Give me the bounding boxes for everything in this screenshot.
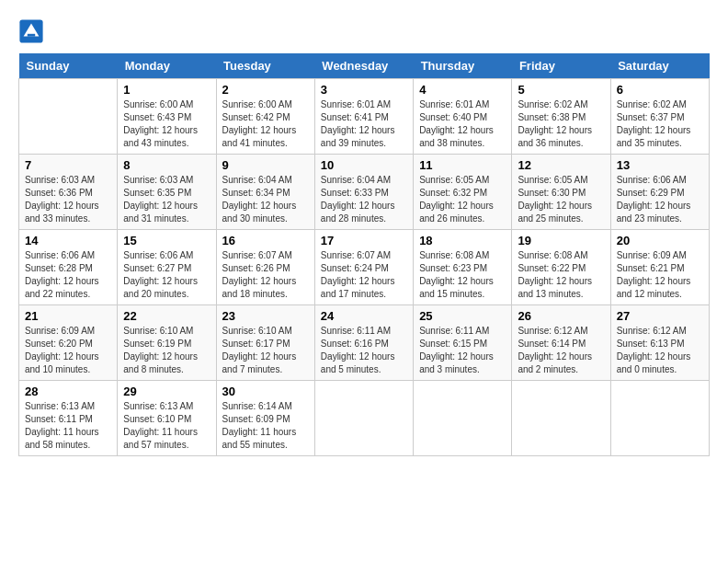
sunset-text: Sunset: 6:11 PM bbox=[25, 414, 93, 424]
day-info: Sunrise: 6:01 AM Sunset: 6:40 PM Dayligh… bbox=[419, 98, 506, 150]
daylight-text: Daylight: 12 hours and 3 minutes. bbox=[419, 351, 494, 374]
day-info: Sunrise: 6:03 AM Sunset: 6:36 PM Dayligh… bbox=[25, 174, 111, 225]
day-number: 4 bbox=[419, 83, 506, 97]
day-info: Sunrise: 6:06 AM Sunset: 6:29 PM Dayligh… bbox=[617, 174, 703, 225]
calendar-table: SundayMondayTuesdayWednesdayThursdayFrid… bbox=[18, 53, 710, 456]
daylight-text: Daylight: 12 hours and 25 minutes. bbox=[518, 201, 592, 224]
daylight-text: Daylight: 12 hours and 28 minutes. bbox=[321, 201, 395, 224]
daylight-text: Daylight: 12 hours and 2 minutes. bbox=[518, 351, 592, 374]
calendar-cell: 22 Sunrise: 6:10 AM Sunset: 6:19 PM Dayl… bbox=[118, 305, 216, 381]
sunrise-text: Sunrise: 6:05 AM bbox=[518, 175, 587, 185]
sunrise-text: Sunrise: 6:13 AM bbox=[25, 401, 95, 411]
day-info: Sunrise: 6:00 AM Sunset: 6:43 PM Dayligh… bbox=[123, 98, 210, 150]
day-info: Sunrise: 6:05 AM Sunset: 6:32 PM Dayligh… bbox=[419, 174, 506, 225]
calendar-cell: 26 Sunrise: 6:12 AM Sunset: 6:14 PM Dayl… bbox=[512, 305, 610, 381]
day-number: 3 bbox=[321, 83, 407, 97]
header-day-thursday: Thursday bbox=[414, 53, 512, 79]
day-number: 18 bbox=[419, 234, 506, 247]
sunset-text: Sunset: 6:17 PM bbox=[222, 339, 290, 349]
daylight-text: Daylight: 12 hours and 0 minutes. bbox=[617, 351, 691, 374]
calendar-cell: 13 Sunrise: 6:06 AM Sunset: 6:29 PM Dayl… bbox=[610, 155, 709, 230]
daylight-text: Daylight: 12 hours and 36 minutes. bbox=[518, 125, 592, 148]
day-number: 9 bbox=[222, 158, 309, 172]
daylight-text: Daylight: 12 hours and 31 minutes. bbox=[123, 201, 198, 224]
day-info: Sunrise: 6:14 AM Sunset: 6:09 PM Dayligh… bbox=[222, 400, 309, 452]
sunset-text: Sunset: 6:42 PM bbox=[222, 112, 290, 122]
sunset-text: Sunset: 6:34 PM bbox=[222, 188, 290, 198]
calendar-week-row: 21 Sunrise: 6:09 AM Sunset: 6:20 PM Dayl… bbox=[19, 305, 710, 381]
day-info: Sunrise: 6:13 AM Sunset: 6:10 PM Dayligh… bbox=[123, 400, 210, 452]
sunset-text: Sunset: 6:23 PM bbox=[419, 263, 487, 273]
calendar-cell: 24 Sunrise: 6:11 AM Sunset: 6:16 PM Dayl… bbox=[314, 305, 413, 381]
daylight-text: Daylight: 11 hours and 57 minutes. bbox=[123, 427, 198, 450]
daylight-text: Daylight: 11 hours and 55 minutes. bbox=[222, 427, 297, 450]
daylight-text: Daylight: 12 hours and 41 minutes. bbox=[222, 125, 297, 148]
day-number: 11 bbox=[419, 158, 506, 172]
day-info: Sunrise: 6:02 AM Sunset: 6:37 PM Dayligh… bbox=[617, 98, 703, 150]
calendar-cell: 18 Sunrise: 6:08 AM Sunset: 6:23 PM Dayl… bbox=[414, 230, 512, 305]
sunrise-text: Sunrise: 6:04 AM bbox=[222, 175, 292, 185]
day-info: Sunrise: 6:08 AM Sunset: 6:22 PM Dayligh… bbox=[518, 249, 604, 301]
daylight-text: Daylight: 12 hours and 38 minutes. bbox=[419, 125, 494, 148]
calendar-week-row: 14 Sunrise: 6:06 AM Sunset: 6:28 PM Dayl… bbox=[19, 230, 710, 305]
sunset-text: Sunset: 6:33 PM bbox=[321, 188, 389, 198]
sunset-text: Sunset: 6:26 PM bbox=[222, 263, 290, 273]
day-info: Sunrise: 6:11 AM Sunset: 6:15 PM Dayligh… bbox=[419, 325, 506, 376]
calendar-cell bbox=[610, 381, 709, 456]
day-info: Sunrise: 6:13 AM Sunset: 6:11 PM Dayligh… bbox=[25, 400, 111, 452]
day-info: Sunrise: 6:05 AM Sunset: 6:30 PM Dayligh… bbox=[518, 174, 604, 225]
sunset-text: Sunset: 6:38 PM bbox=[518, 112, 586, 122]
day-info: Sunrise: 6:07 AM Sunset: 6:26 PM Dayligh… bbox=[222, 249, 309, 301]
day-info: Sunrise: 6:03 AM Sunset: 6:35 PM Dayligh… bbox=[123, 174, 210, 225]
daylight-text: Daylight: 12 hours and 13 minutes. bbox=[518, 276, 592, 299]
calendar-cell: 1 Sunrise: 6:00 AM Sunset: 6:43 PM Dayli… bbox=[118, 79, 216, 155]
logo bbox=[18, 18, 48, 44]
daylight-text: Daylight: 12 hours and 20 minutes. bbox=[123, 276, 198, 299]
svg-rect-2 bbox=[28, 34, 35, 37]
sunset-text: Sunset: 6:43 PM bbox=[123, 112, 191, 122]
day-number: 15 bbox=[123, 234, 210, 247]
sunset-text: Sunset: 6:36 PM bbox=[25, 188, 93, 198]
sunrise-text: Sunrise: 6:14 AM bbox=[222, 401, 292, 411]
sunset-text: Sunset: 6:30 PM bbox=[518, 188, 586, 198]
calendar-cell: 12 Sunrise: 6:05 AM Sunset: 6:30 PM Dayl… bbox=[512, 155, 610, 230]
calendar-cell: 17 Sunrise: 6:07 AM Sunset: 6:24 PM Dayl… bbox=[314, 230, 413, 305]
day-number: 22 bbox=[123, 309, 210, 323]
day-number: 24 bbox=[321, 309, 407, 323]
day-info: Sunrise: 6:07 AM Sunset: 6:24 PM Dayligh… bbox=[321, 249, 407, 301]
calendar-week-row: 1 Sunrise: 6:00 AM Sunset: 6:43 PM Dayli… bbox=[19, 79, 710, 155]
sunrise-text: Sunrise: 6:11 AM bbox=[419, 326, 489, 336]
day-info: Sunrise: 6:04 AM Sunset: 6:33 PM Dayligh… bbox=[321, 174, 407, 225]
sunrise-text: Sunrise: 6:07 AM bbox=[222, 250, 292, 260]
day-number: 10 bbox=[321, 158, 407, 172]
daylight-text: Daylight: 12 hours and 23 minutes. bbox=[617, 201, 691, 224]
sunset-text: Sunset: 6:29 PM bbox=[617, 188, 685, 198]
calendar-cell bbox=[512, 381, 610, 456]
sunset-text: Sunset: 6:13 PM bbox=[617, 339, 685, 349]
sunrise-text: Sunrise: 6:10 AM bbox=[222, 326, 292, 336]
day-info: Sunrise: 6:10 AM Sunset: 6:17 PM Dayligh… bbox=[222, 325, 309, 376]
page-header bbox=[18, 18, 710, 44]
header-day-tuesday: Tuesday bbox=[216, 53, 314, 79]
sunrise-text: Sunrise: 6:06 AM bbox=[617, 175, 687, 185]
sunset-text: Sunset: 6:37 PM bbox=[617, 112, 685, 122]
sunset-text: Sunset: 6:32 PM bbox=[419, 188, 487, 198]
day-info: Sunrise: 6:08 AM Sunset: 6:23 PM Dayligh… bbox=[419, 249, 506, 301]
calendar-cell: 10 Sunrise: 6:04 AM Sunset: 6:33 PM Dayl… bbox=[314, 155, 413, 230]
calendar-cell: 15 Sunrise: 6:06 AM Sunset: 6:27 PM Dayl… bbox=[118, 230, 216, 305]
calendar-cell: 29 Sunrise: 6:13 AM Sunset: 6:10 PM Dayl… bbox=[118, 381, 216, 456]
sunset-text: Sunset: 6:20 PM bbox=[25, 339, 93, 349]
day-number: 27 bbox=[617, 309, 703, 323]
sunrise-text: Sunrise: 6:08 AM bbox=[518, 250, 587, 260]
sunset-text: Sunset: 6:16 PM bbox=[321, 339, 389, 349]
calendar-cell: 4 Sunrise: 6:01 AM Sunset: 6:40 PM Dayli… bbox=[414, 79, 512, 155]
header-day-saturday: Saturday bbox=[610, 53, 709, 79]
daylight-text: Daylight: 12 hours and 30 minutes. bbox=[222, 201, 297, 224]
day-number: 29 bbox=[123, 385, 210, 398]
calendar-cell: 21 Sunrise: 6:09 AM Sunset: 6:20 PM Dayl… bbox=[19, 305, 118, 381]
sunrise-text: Sunrise: 6:04 AM bbox=[321, 175, 391, 185]
sunrise-text: Sunrise: 6:00 AM bbox=[123, 99, 193, 109]
sunset-text: Sunset: 6:14 PM bbox=[518, 339, 586, 349]
calendar-cell: 5 Sunrise: 6:02 AM Sunset: 6:38 PM Dayli… bbox=[512, 79, 610, 155]
daylight-text: Daylight: 12 hours and 17 minutes. bbox=[321, 276, 395, 299]
